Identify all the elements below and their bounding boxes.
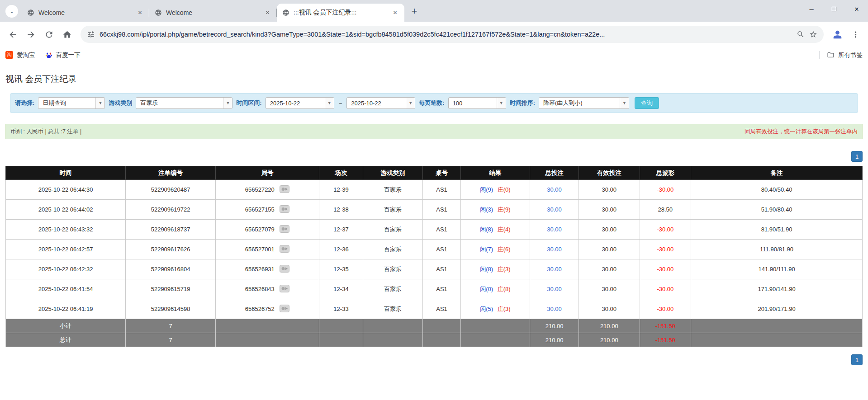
tab-search-button[interactable]: ⌄ bbox=[5, 5, 18, 18]
pagination-page-1[interactable]: 1 bbox=[851, 354, 863, 365]
maximize-button[interactable] bbox=[823, 0, 845, 18]
reload-icon[interactable] bbox=[41, 26, 57, 42]
query-type-select[interactable]: 日期查询 ▼ bbox=[38, 97, 105, 109]
subtotal-valid-bet: 210.00 bbox=[579, 319, 640, 333]
bookmark-label: 百度一下 bbox=[56, 51, 81, 59]
cell-session: 12-34 bbox=[319, 279, 363, 299]
subtotal-row: 小计 7 210.00 210.00 -151.50 bbox=[6, 319, 863, 333]
cell-total-bet[interactable]: 30.00 bbox=[530, 259, 579, 279]
cell-bet-id: 522909617626 bbox=[126, 240, 216, 259]
game-type-select[interactable]: 百家乐 ▼ bbox=[136, 97, 232, 109]
table-row: 2025-10-22 06:42:32 522909616804 6565269… bbox=[6, 259, 863, 279]
cell-game-type: 百家乐 bbox=[363, 240, 423, 259]
cell-time: 2025-10-22 06:42:57 bbox=[6, 240, 126, 259]
page-size-select[interactable]: 100 ▼ bbox=[448, 97, 506, 109]
query-type-label: 请选择: bbox=[15, 99, 34, 107]
bet-records-table: 时间注单编号局号场次游戏类别桌号结果总投注有效投注总派彩备注 2025-10-2… bbox=[5, 166, 863, 347]
cell-table-no: AS1 bbox=[423, 180, 460, 200]
cell-payout: 28.50 bbox=[640, 200, 691, 220]
replay-thumbnail-icon[interactable] bbox=[280, 305, 289, 314]
minimize-button[interactable]: ─ bbox=[800, 0, 823, 18]
round-number: 656527001 bbox=[245, 246, 275, 253]
home-icon[interactable] bbox=[59, 26, 75, 42]
cell-session: 12-38 bbox=[319, 200, 363, 220]
tab-betrecord[interactable]: :::视讯 会员下注纪录::: ✕ bbox=[277, 4, 404, 22]
replay-thumbnail-icon[interactable] bbox=[280, 185, 289, 194]
cell-total-bet[interactable]: 30.00 bbox=[530, 200, 579, 220]
cell-round: 656527155 bbox=[216, 200, 319, 220]
cell-remark: 80.40/50.40 bbox=[691, 180, 863, 200]
zoom-icon[interactable] bbox=[797, 30, 805, 38]
round-number: 656527220 bbox=[245, 186, 275, 193]
cell-game-type: 百家乐 bbox=[363, 200, 423, 220]
cell-round: 656526843 bbox=[216, 279, 319, 299]
all-bookmarks-button[interactable]: 所有书签 bbox=[819, 51, 863, 59]
cell-time: 2025-10-22 06:42:32 bbox=[6, 259, 126, 279]
cell-total-bet[interactable]: 30.00 bbox=[530, 279, 579, 299]
new-tab-button[interactable]: + bbox=[408, 5, 421, 18]
replay-thumbnail-icon[interactable] bbox=[280, 265, 289, 274]
cell-result: 闲(0) 庄(8) bbox=[460, 279, 530, 299]
folder-icon bbox=[827, 51, 835, 59]
close-button[interactable]: ✕ bbox=[845, 0, 868, 18]
subtotal-count: 7 bbox=[126, 319, 216, 333]
sort-select[interactable]: 降幂(由大到小) ▼ bbox=[539, 97, 629, 109]
back-icon[interactable] bbox=[5, 26, 21, 42]
column-header: 局号 bbox=[216, 166, 319, 180]
cell-table-no: AS1 bbox=[423, 259, 460, 279]
pagination-page-1[interactable]: 1 bbox=[851, 151, 863, 162]
site-settings-icon[interactable] bbox=[87, 30, 95, 38]
date-range-tilde: ~ bbox=[338, 100, 343, 107]
cell-total-bet[interactable]: 30.00 bbox=[530, 299, 579, 319]
browser-window: ⌄ Welcome ✕ Welcome ✕ :::视讯 会员下注纪录::: ✕ … bbox=[0, 0, 868, 365]
cell-table-no: AS1 bbox=[423, 279, 460, 299]
cell-payout: -30.00 bbox=[640, 180, 691, 200]
cell-round: 656526931 bbox=[216, 259, 319, 279]
cell-table-no: AS1 bbox=[423, 240, 460, 259]
bet-note-text: 同局有效投注，统一计算在该局第一张注单内 bbox=[745, 128, 858, 136]
cell-payout: -30.00 bbox=[640, 220, 691, 240]
cell-session: 12-39 bbox=[319, 180, 363, 200]
cell-valid-bet: 30.00 bbox=[579, 279, 640, 299]
cell-game-type: 百家乐 bbox=[363, 299, 423, 319]
subtotal-label: 小计 bbox=[6, 319, 126, 333]
replay-thumbnail-icon[interactable] bbox=[280, 285, 289, 294]
subtotal-total-bet: 210.00 bbox=[530, 319, 579, 333]
tab-close-icon[interactable]: ✕ bbox=[264, 9, 271, 17]
forward-icon[interactable] bbox=[23, 26, 39, 42]
menu-icon[interactable] bbox=[847, 26, 863, 42]
cell-time: 2025-10-22 06:43:32 bbox=[6, 220, 126, 240]
window-controls: ─ ✕ bbox=[800, 0, 868, 18]
bookmark-star-icon[interactable] bbox=[809, 30, 817, 38]
chevron-down-icon: ▼ bbox=[223, 98, 232, 108]
cell-remark: 81.90/51.90 bbox=[691, 220, 863, 240]
total-payout: -151.50 bbox=[640, 333, 691, 347]
replay-thumbnail-icon[interactable] bbox=[280, 225, 289, 234]
date-from-select[interactable]: 2025-10-22 ▼ bbox=[266, 97, 334, 109]
column-header: 总派彩 bbox=[640, 166, 691, 180]
cell-total-bet[interactable]: 30.00 bbox=[530, 220, 579, 240]
query-button[interactable]: 查询 bbox=[635, 97, 659, 109]
replay-thumbnail-icon[interactable] bbox=[280, 245, 289, 254]
url-input[interactable]: 66cxkj98.com/ipl/portal.php/game/betreco… bbox=[100, 31, 792, 38]
url-bar[interactable]: 66cxkj98.com/ipl/portal.php/game/betreco… bbox=[81, 26, 824, 43]
cell-total-bet[interactable]: 30.00 bbox=[530, 180, 579, 200]
profile-icon[interactable] bbox=[829, 26, 845, 42]
replay-thumbnail-icon[interactable] bbox=[280, 205, 289, 214]
round-number: 656527079 bbox=[245, 226, 275, 233]
bookmark-baidu[interactable]: 百度一下 bbox=[45, 51, 81, 59]
round-number: 656526843 bbox=[245, 286, 275, 292]
cell-total-bet[interactable]: 30.00 bbox=[530, 240, 579, 259]
tab-welcome-2[interactable]: Welcome ✕ bbox=[149, 4, 277, 22]
chevron-down-icon: ▼ bbox=[620, 98, 629, 108]
table-row: 2025-10-22 06:41:54 522909615719 6565268… bbox=[6, 279, 863, 299]
tab-close-icon[interactable]: ✕ bbox=[391, 9, 399, 17]
bookmark-taobao[interactable]: 淘 爱淘宝 bbox=[5, 51, 35, 59]
tab-close-icon[interactable]: ✕ bbox=[136, 9, 144, 17]
baidu-icon bbox=[45, 52, 52, 59]
result-banker: 庄(8) bbox=[498, 286, 511, 292]
date-range-label: 时间区间: bbox=[236, 99, 261, 107]
column-header: 游戏类别 bbox=[363, 166, 423, 180]
tab-welcome-1[interactable]: Welcome ✕ bbox=[22, 4, 149, 22]
date-to-select[interactable]: 2025-10-22 ▼ bbox=[346, 97, 415, 109]
